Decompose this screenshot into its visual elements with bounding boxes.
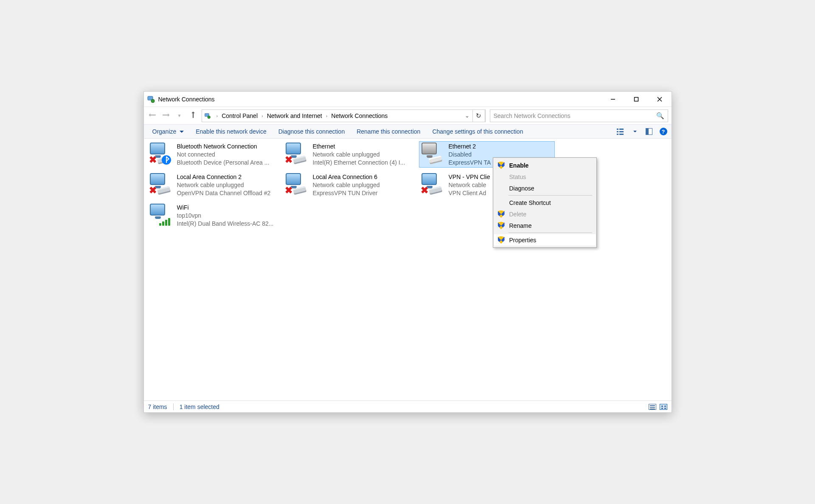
adapter-item[interactable]: ✖Local Area Connection 2Network cable un… [147,172,283,198]
status-selected-count: 1 item selected [180,403,219,410]
error-icon: ✖ [149,185,157,196]
status-bar: 7 items 1 item selected [144,400,672,412]
adapter-status: Network cable unplugged [177,181,281,189]
adapter-device: Intel(R) Ethernet Connection (4) I... [313,159,415,167]
context-menu-item[interactable]: Diagnose [494,182,596,194]
separator [173,403,174,410]
network-adapter-icon: ✖ [422,173,444,196]
window-title: Network Connections [158,96,215,103]
svg-rect-6 [205,113,209,116]
enable-device-button[interactable]: Enable this network device [190,126,273,137]
menu-item-label: Enable [509,162,529,169]
shield-icon [498,162,505,169]
context-menu: EnableStatusDiagnoseCreate ShortcutDelet… [493,157,597,248]
context-menu-item: Delete [494,208,596,220]
breadcrumb[interactable]: › Control Panel › Network and Internet ›… [202,109,486,122]
search-box[interactable]: 🔍 [490,109,668,122]
breadcrumb-item[interactable]: Network Connections [330,110,389,121]
breadcrumb-item[interactable]: Network and Internet [266,110,323,121]
app-icon [147,95,155,103]
adapter-device: Bluetooth Device (Personal Area ... [177,159,279,167]
view-options-dropdown[interactable] [630,127,639,136]
menu-item-label: Create Shortcut [509,199,551,206]
adapter-item[interactable]: WiFitop10vpnIntel(R) Dual Band Wireless-… [147,202,283,229]
error-icon: ✖ [285,154,292,165]
network-adapter-icon: ✖ [286,173,309,196]
location-icon [204,112,211,120]
content-area[interactable]: ✖Bluetooth Network ConnectionNot connect… [144,139,672,400]
address-bar-row: 🠔 🠖 ▼ 🠕 › Control Panel › Network and In… [144,106,672,124]
menu-item-label: Properties [509,237,537,244]
adapter-device: ExpressVPN TUN Driver [313,189,415,197]
adapter-name: Local Area Connection 6 [313,173,416,181]
menu-item-icon [496,162,507,169]
bluetooth-icon [162,155,171,165]
adapter-item[interactable]: ✖Bluetooth Network ConnectionNot connect… [147,141,283,168]
context-menu-item[interactable]: Create Shortcut [494,197,596,208]
recent-locations-button[interactable]: ▼ [173,109,186,123]
adapter-device: Intel(R) Dual Band Wireless-AC 82... [177,220,279,228]
diagnose-connection-button[interactable]: Diagnose this connection [273,126,351,137]
context-menu-item[interactable]: Enable [494,160,596,171]
adapter-item[interactable]: ✖EthernetNetwork cable unpluggedIntel(R)… [283,141,419,168]
window: Network Connections 🠔 🠖 ▼ 🠕 [143,91,672,413]
help-button[interactable]: ? [659,127,668,136]
close-button[interactable] [648,92,672,106]
nav-forward-button[interactable]: 🠖 [159,109,173,123]
menu-item-label: Rename [509,222,532,229]
svg-point-1 [151,99,155,103]
breadcrumb-item[interactable]: Control Panel [220,110,259,121]
menu-item-label: Status [509,174,526,180]
search-icon[interactable]: 🔍 [656,112,664,120]
adapter-status: Network cable unplugged [313,151,416,159]
details-view-button[interactable] [649,404,656,410]
separator [509,232,592,233]
search-input[interactable] [494,112,656,119]
chevron-right-icon[interactable]: › [214,113,221,118]
context-menu-item: Status [494,171,596,182]
adapter-name: Local Area Connection 2 [177,173,281,181]
adapter-item[interactable]: ✖Local Area Connection 6Network cable un… [283,172,419,198]
adapter-name: WiFi [177,204,281,212]
error-icon: ✖ [149,154,157,165]
chevron-right-icon[interactable]: › [259,113,266,118]
title-bar: Network Connections [144,92,672,106]
tiles-view-button[interactable] [660,404,667,410]
nav-back-button[interactable]: 🠔 [146,109,159,123]
adapter-status: Not connected [177,151,281,159]
chevron-down-icon [180,131,184,133]
shield-icon [498,210,505,218]
chevron-down-icon [633,131,637,132]
maximize-button[interactable] [625,92,648,106]
change-settings-button[interactable]: Change settings of this connection [426,126,529,137]
adapter-status: Network cable unplugged [313,181,416,189]
chevron-right-icon[interactable]: › [323,113,330,118]
adapter-name: Ethernet 2 [449,143,552,151]
preview-pane-icon [646,128,652,135]
context-menu-item[interactable]: Properties [494,234,596,246]
context-menu-item[interactable]: Rename [494,220,596,231]
organize-label: Organize [152,128,177,135]
adapter-name: Ethernet [313,143,416,151]
command-bar: Organize Enable this network device Diag… [144,124,672,139]
adapter-device: OpenVPN Data Channel Offload #2 [177,189,279,197]
separator [509,195,592,196]
menu-item-icon [496,210,507,218]
refresh-button[interactable]: ↻ [472,109,485,122]
adapter-name: Bluetooth Network Connection [177,143,281,151]
menu-item-label: Diagnose [509,185,534,192]
nav-up-button[interactable]: 🠕 [186,109,200,123]
adapter-status: top10vpn [177,212,281,220]
rename-connection-button[interactable]: Rename this connection [351,126,426,137]
svg-rect-3 [635,97,638,101]
address-history-button[interactable]: ⌄ [461,110,472,122]
menu-item-label: Delete [509,211,526,218]
network-adapter-icon: ✖ [286,143,309,165]
error-icon: ✖ [421,185,428,196]
preview-pane-button[interactable] [644,127,654,136]
view-options-button[interactable] [615,127,625,136]
view-options-icon [617,128,624,135]
status-item-count: 7 items [148,403,167,410]
minimize-button[interactable] [601,92,625,106]
organize-button[interactable]: Organize [146,126,190,137]
